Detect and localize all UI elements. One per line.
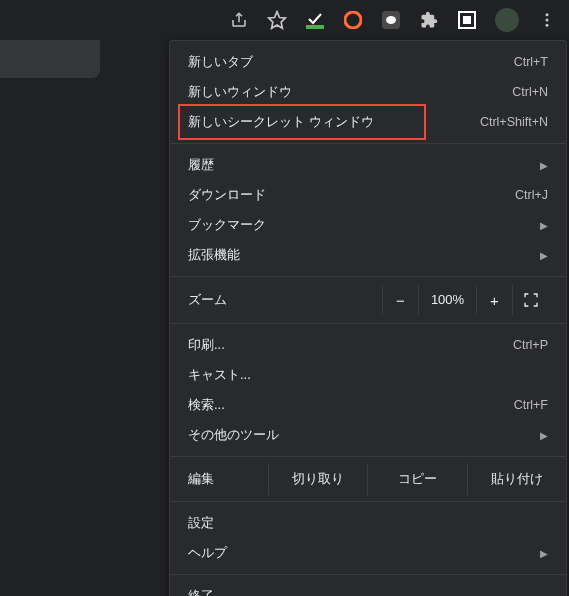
zoom-out-button[interactable]: − [382, 285, 418, 315]
profile-avatar[interactable] [495, 8, 519, 32]
edit-cut-button[interactable]: 切り取り [268, 463, 367, 495]
menu-label: 新しいシークレット ウィンドウ [188, 113, 480, 131]
menu-item-bookmarks[interactable]: ブックマーク ▶ [170, 210, 566, 240]
extensions-puzzle-icon[interactable] [419, 10, 439, 30]
menu-item-downloads[interactable]: ダウンロード Ctrl+J [170, 180, 566, 210]
menu-label: ズーム [188, 291, 382, 309]
menu-label: ダウンロード [188, 186, 515, 204]
menu-shortcut: Ctrl+P [513, 338, 548, 352]
menu-separator [170, 574, 566, 575]
svg-point-9 [546, 24, 549, 27]
svg-marker-0 [269, 12, 286, 29]
svg-point-4 [386, 16, 396, 24]
kebab-menu-icon[interactable] [537, 10, 557, 30]
menu-label: 終了 [188, 587, 548, 596]
menu-label: 履歴 [188, 156, 532, 174]
menu-label: キャスト... [188, 366, 548, 384]
svg-point-7 [546, 13, 549, 16]
menu-separator [170, 501, 566, 502]
menu-item-more-tools[interactable]: その他のツール ▶ [170, 420, 566, 450]
menu-item-help[interactable]: ヘルプ ▶ [170, 538, 566, 568]
submenu-arrow-icon: ▶ [540, 430, 548, 441]
menu-label: ブックマーク [188, 216, 532, 234]
menu-label: 設定 [188, 514, 548, 532]
svg-rect-6 [463, 16, 471, 24]
menu-label: 検索... [188, 396, 514, 414]
fullscreen-button[interactable] [512, 285, 548, 315]
menu-item-new-window[interactable]: 新しいウィンドウ Ctrl+N [170, 77, 566, 107]
menu-item-cast[interactable]: キャスト... [170, 360, 566, 390]
extension-orange-icon[interactable] [343, 10, 363, 30]
submenu-arrow-icon: ▶ [540, 160, 548, 171]
tab-strip-edge [0, 40, 100, 78]
menu-item-exit[interactable]: 終了 [170, 581, 566, 596]
extension-line-icon[interactable] [381, 10, 401, 30]
menu-separator [170, 456, 566, 457]
menu-label: 印刷... [188, 336, 513, 354]
menu-item-new-tab[interactable]: 新しいタブ Ctrl+T [170, 47, 566, 77]
menu-item-edit: 編集 切り取り コピー 貼り付け [170, 463, 566, 495]
extension-square-icon[interactable] [457, 10, 477, 30]
menu-separator [170, 323, 566, 324]
menu-label: 新しいタブ [188, 53, 514, 71]
submenu-arrow-icon: ▶ [540, 548, 548, 559]
menu-shortcut: Ctrl+N [512, 85, 548, 99]
menu-separator [170, 276, 566, 277]
edit-paste-button[interactable]: 貼り付け [467, 463, 566, 495]
zoom-value: 100% [418, 285, 476, 315]
menu-label: ヘルプ [188, 544, 532, 562]
menu-shortcut: Ctrl+F [514, 398, 548, 412]
svg-point-2 [345, 12, 361, 28]
menu-item-zoom: ズーム − 100% + [170, 283, 566, 317]
chrome-main-menu: 新しいタブ Ctrl+T 新しいウィンドウ Ctrl+N 新しいシークレット ウ… [169, 40, 567, 596]
svg-point-8 [546, 19, 549, 22]
menu-item-settings[interactable]: 設定 [170, 508, 566, 538]
menu-shortcut: Ctrl+T [514, 55, 548, 69]
menu-item-find[interactable]: 検索... Ctrl+F [170, 390, 566, 420]
menu-item-history[interactable]: 履歴 ▶ [170, 150, 566, 180]
menu-separator [170, 143, 566, 144]
menu-item-extensions[interactable]: 拡張機能 ▶ [170, 240, 566, 270]
svg-rect-1 [306, 25, 324, 29]
share-icon[interactable] [229, 10, 249, 30]
menu-label: 新しいウィンドウ [188, 83, 512, 101]
zoom-controls: − 100% + [382, 285, 548, 315]
menu-label: 編集 [188, 470, 268, 488]
menu-label: 拡張機能 [188, 246, 532, 264]
star-icon[interactable] [267, 10, 287, 30]
menu-shortcut: Ctrl+J [515, 188, 548, 202]
menu-item-print[interactable]: 印刷... Ctrl+P [170, 330, 566, 360]
extension-checkmark-icon[interactable] [305, 10, 325, 30]
edit-copy-button[interactable]: コピー [367, 463, 466, 495]
zoom-in-button[interactable]: + [476, 285, 512, 315]
browser-toolbar [0, 0, 569, 40]
submenu-arrow-icon: ▶ [540, 220, 548, 231]
submenu-arrow-icon: ▶ [540, 250, 548, 261]
menu-item-incognito[interactable]: 新しいシークレット ウィンドウ Ctrl+Shift+N [170, 107, 566, 137]
menu-shortcut: Ctrl+Shift+N [480, 115, 548, 129]
menu-label: その他のツール [188, 426, 532, 444]
